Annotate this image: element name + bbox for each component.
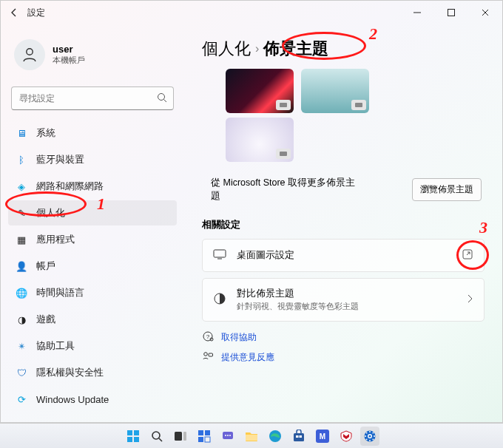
search-icon xyxy=(156,92,168,106)
breadcrumb-root[interactable]: 個人化 xyxy=(202,38,251,60)
svg-rect-33 xyxy=(296,435,299,438)
card-subtitle: 針對弱視、視覺靈敏度等色彩主題 xyxy=(237,302,359,312)
settings-icon[interactable] xyxy=(360,427,379,446)
account-name: user xyxy=(53,44,85,55)
svg-line-4 xyxy=(164,100,167,103)
desktop-icon-settings-card[interactable]: 桌面圖示設定 xyxy=(202,239,485,272)
link-label: 提供意見反應 xyxy=(221,351,274,364)
nav-windows-update[interactable]: ⟳Windows Update xyxy=(8,387,177,412)
feedback-icon xyxy=(202,350,214,364)
svg-line-43 xyxy=(366,432,367,433)
svg-rect-17 xyxy=(134,437,139,442)
globe-icon: 🌐 xyxy=(16,287,27,299)
svg-point-28 xyxy=(227,435,229,436)
svg-rect-23 xyxy=(205,430,210,435)
maximize-button[interactable] xyxy=(434,1,468,24)
minimize-button[interactable] xyxy=(400,1,434,24)
contrast-icon xyxy=(213,292,226,308)
account-block[interactable]: user 本機帳戶 xyxy=(8,30,177,79)
annotation-number-2: 2 xyxy=(369,24,377,44)
svg-point-3 xyxy=(158,94,165,101)
nav-time-language[interactable]: 🌐時間與語言 xyxy=(8,280,177,305)
svg-line-44 xyxy=(373,438,374,439)
theme-mode-icon xyxy=(276,149,291,159)
nav-accessibility[interactable]: ✴協助工具 xyxy=(8,333,177,359)
link-label: 取得協助 xyxy=(221,331,257,344)
brush-icon: ✎ xyxy=(16,207,27,219)
edge-icon[interactable] xyxy=(266,427,285,446)
svg-rect-13 xyxy=(209,353,213,356)
taskbar: M xyxy=(0,423,503,448)
widgets-icon[interactable] xyxy=(195,427,214,446)
nav-label: 藍牙與裝置 xyxy=(36,153,84,166)
nav-system[interactable]: 🖥系統 xyxy=(8,121,177,146)
nav-accounts[interactable]: 👤帳戶 xyxy=(8,254,177,279)
open-external-icon[interactable] xyxy=(462,248,473,262)
svg-text:M: M xyxy=(320,432,325,441)
card-title: 對比佈景主題 xyxy=(237,288,359,300)
taskbar-search-icon[interactable] xyxy=(147,427,166,446)
nav-bluetooth[interactable]: ᛒ藍牙與裝置 xyxy=(8,147,177,172)
browse-themes-button[interactable]: 瀏覽佈景主題 xyxy=(412,178,482,201)
card-title: 桌面圖示設定 xyxy=(237,249,294,262)
svg-rect-30 xyxy=(246,435,257,441)
svg-rect-20 xyxy=(175,432,182,441)
back-button[interactable] xyxy=(8,7,20,18)
svg-text:?: ? xyxy=(206,333,210,340)
svg-point-29 xyxy=(229,435,231,436)
svg-rect-1 xyxy=(448,10,455,16)
nav-label: 帳戶 xyxy=(36,259,55,273)
svg-rect-32 xyxy=(294,433,304,441)
window-title: 設定 xyxy=(27,7,45,19)
svg-point-2 xyxy=(27,49,33,55)
svg-rect-25 xyxy=(205,437,210,442)
svg-point-27 xyxy=(225,435,226,436)
nav-label: 應用程式 xyxy=(36,233,75,246)
nav-apps[interactable]: ▦應用程式 xyxy=(8,227,177,252)
theme-tile[interactable] xyxy=(301,69,369,113)
get-help-link[interactable]: ? 取得協助 xyxy=(202,330,485,345)
mcafee-icon[interactable] xyxy=(337,427,356,446)
nav-network[interactable]: ◈網路和網際網路 xyxy=(8,174,177,199)
nav-privacy[interactable]: 🛡隱私權與安全性 xyxy=(8,360,177,385)
breadcrumb-leaf: 佈景主題 xyxy=(263,38,328,60)
close-button[interactable] xyxy=(468,1,502,24)
store-icon[interactable] xyxy=(289,427,308,446)
related-settings-heading: 相關設定 xyxy=(202,219,485,231)
app-icon-generic[interactable]: M xyxy=(313,427,332,446)
theme-mode-icon xyxy=(351,100,366,110)
svg-rect-15 xyxy=(134,430,139,435)
chat-icon[interactable] xyxy=(218,427,237,446)
nav-personalization[interactable]: ✎個人化 xyxy=(8,200,177,225)
svg-rect-34 xyxy=(300,435,303,438)
game-icon: ◑ xyxy=(16,313,27,325)
wifi-icon: ◈ xyxy=(16,180,27,192)
get-more-themes-text: 從 Microsoft Store 取得更多佈景主題 xyxy=(211,177,359,203)
account-subtitle: 本機帳戶 xyxy=(53,55,85,66)
contrast-themes-card[interactable]: 對比佈景主題 針對弱視、視覺靈敏度等色彩主題 xyxy=(202,278,485,322)
theme-tile[interactable] xyxy=(226,69,294,113)
breadcrumb-sep: › xyxy=(255,42,259,55)
nav-label: 遊戲 xyxy=(36,313,55,326)
accessibility-icon: ✴ xyxy=(16,340,27,352)
nav-label: 協助工具 xyxy=(36,339,75,353)
feedback-link[interactable]: 提供意見反應 xyxy=(202,350,485,364)
system-icon: 🖥 xyxy=(16,127,27,139)
nav-label: 隱私權與安全性 xyxy=(36,366,104,379)
svg-line-45 xyxy=(366,438,367,439)
search-input[interactable] xyxy=(11,86,174,110)
svg-rect-22 xyxy=(198,430,203,435)
theme-mode-icon xyxy=(276,100,291,110)
nav-label: 系統 xyxy=(36,126,55,140)
svg-point-18 xyxy=(152,432,160,439)
svg-rect-21 xyxy=(183,432,186,441)
start-button[interactable] xyxy=(124,427,143,446)
svg-rect-14 xyxy=(127,430,132,435)
file-explorer-icon[interactable] xyxy=(242,427,261,446)
svg-point-12 xyxy=(204,353,208,356)
update-icon: ⟳ xyxy=(16,393,27,405)
theme-tile[interactable] xyxy=(226,118,294,162)
nav-gaming[interactable]: ◑遊戲 xyxy=(8,307,177,332)
task-view-icon[interactable] xyxy=(171,427,190,446)
svg-line-19 xyxy=(159,438,162,441)
